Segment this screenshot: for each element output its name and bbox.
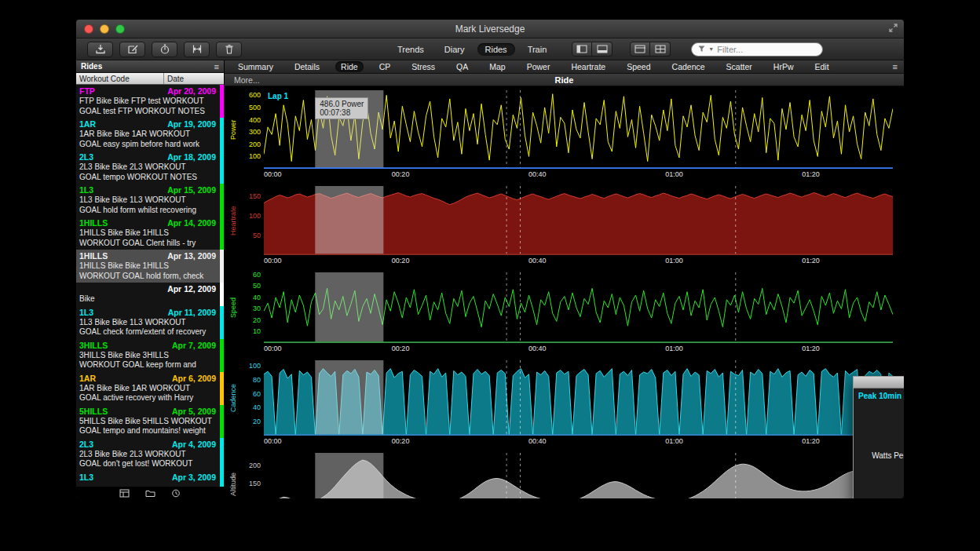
ride-date: Apr 3, 2009	[172, 473, 216, 483]
intervals-popup[interactable]: Intervals Peak 10min (298 watts) Duratio…	[853, 376, 904, 499]
ride-date: Apr 14, 2009	[167, 218, 216, 228]
desktop-background: Mark Liversedge	[0, 0, 980, 551]
ride-date: Apr 20, 2009	[167, 86, 216, 97]
chart-menu-icon[interactable]: ≡	[893, 62, 898, 71]
ride-desc-line2: GOAL hold form whilst recovering	[79, 206, 216, 216]
ride-list-item[interactable]: Apr 12, 2009 Bike	[76, 283, 224, 306]
heartrate-plot[interactable]	[264, 186, 893, 255]
ride-color-stripe	[220, 250, 224, 283]
view-tab[interactable]: Speed	[621, 61, 656, 72]
ride-list-item[interactable]: 3HILLS Apr 7, 2009 3HILLS Bike Bike 3HIL…	[76, 339, 224, 372]
cadence-plot[interactable]	[264, 360, 893, 436]
intervals-tool-button[interactable]	[184, 42, 210, 57]
ride-desc-line2: GOAL test FTP WORKOUT NOTES	[79, 107, 216, 117]
ride-list-item[interactable]: 1HILLS Apr 13, 2009 1HILLS Bike Bike 1HI…	[76, 250, 224, 283]
toggle-sidebar-button[interactable]	[572, 42, 592, 57]
view-tab[interactable]: Cadence	[667, 61, 711, 72]
ride-list-item[interactable]: 1AR Apr 6, 2009 1AR Bike Bike 1AR WORKOU…	[76, 372, 224, 405]
view-tab[interactable]: Heartrate	[565, 61, 611, 72]
download-ride-button[interactable]	[87, 42, 113, 57]
view-tab[interactable]: Summary	[232, 61, 279, 72]
manual-entry-button[interactable]	[119, 42, 145, 57]
filter-input[interactable]: ▼ Filter...	[691, 42, 823, 57]
view-tab[interactable]: Scatter	[721, 61, 758, 72]
ride-titlebar: More... Ride	[225, 74, 904, 86]
tabbed-view-button[interactable]	[630, 42, 650, 57]
filter-dropdown-arrow-icon[interactable]: ▼	[708, 46, 714, 52]
toggle-bottombar-button[interactable]	[592, 42, 612, 57]
history-clock-icon[interactable]	[171, 489, 181, 498]
ride-code: 1L3	[79, 308, 93, 318]
metric-label: Duration	[858, 403, 904, 414]
heartrate-xticks: 00:0000:2000:4001:0001:20	[264, 255, 893, 266]
view-tab[interactable]: QA	[451, 61, 474, 72]
ride-color-stripe	[220, 85, 224, 118]
speed-plot[interactable]	[264, 272, 893, 343]
altitude-plot[interactable]	[264, 453, 893, 499]
power-xticks: 00:0000:2000:4001:0001:20	[264, 169, 893, 180]
scope-tab[interactable]: Diary	[437, 43, 473, 56]
view-tab[interactable]: Edit	[810, 61, 835, 72]
scope-tab[interactable]: Train	[520, 43, 555, 56]
ride-date: Apr 18, 2009	[167, 152, 216, 162]
ride-list-column-header: Workout Code Date	[76, 73, 224, 85]
ride-desc-line1: 1AR Bike Bike 1AR WORKOUT	[79, 130, 216, 140]
ride-list-item[interactable]: 1L3 Apr 15, 2009 1L3 Bike Bike 1L3 WORKO…	[76, 184, 224, 217]
view-tab[interactable]: CP	[374, 61, 397, 72]
power-plot[interactable]: Lap 1 486.0 Power 00:07:38	[264, 90, 893, 169]
ride-desc-line1: 2L3 Bike Bike 2L3 WORKOUT	[79, 450, 216, 460]
ride-desc-line2: WORKOUT GOAL Clent hills - try	[79, 239, 216, 249]
scope-tab[interactable]: Trends	[389, 43, 432, 56]
ride-list-item[interactable]: 1L3 Apr 3, 2009	[76, 471, 224, 487]
stopwatch-button[interactable]	[152, 42, 177, 57]
ride-list-item[interactable]: 2L3 Apr 4, 2009 2L3 Bike Bike 2L3 WORKOU…	[76, 438, 224, 471]
cadence-yticks: 20406080100	[239, 360, 264, 436]
view-tab[interactable]: Details	[289, 61, 325, 72]
ride-color-stripe	[220, 372, 224, 405]
interval-metrics: Duration 10:01 Distance 3.56 km	[858, 403, 904, 473]
ride-list-item[interactable]: 1HILLS Apr 14, 2009 1HILLS Bike Bike 1HI…	[76, 217, 224, 250]
app-window: Mark Liversedge	[75, 19, 905, 499]
view-tab[interactable]: HrPw	[768, 61, 799, 72]
metric-label: W' Work	[858, 438, 904, 450]
ride-code: 1AR	[79, 119, 96, 130]
ride-desc-line1: 3HILLS Bike Bike 3HILLS	[79, 351, 216, 361]
folder-icon[interactable]	[145, 489, 155, 498]
charts-stack: Power 100200300400500600 Lap 1 486.0 Pow…	[225, 86, 904, 499]
speed-xticks: 00:0000:2000:4001:0001:20	[264, 343, 893, 354]
main-content: Rides ≡ Workout Code Date FTP Apr 20, 2	[76, 60, 904, 499]
view-tab[interactable]: Map	[484, 61, 510, 72]
ride-navigator-icon[interactable]	[119, 489, 130, 498]
view-tab[interactable]: Stress	[406, 61, 441, 72]
interval-metric-row: Distance 3.56 km	[858, 414, 904, 426]
sidebar-title: Rides	[81, 62, 102, 71]
ride-list: FTP Apr 20, 2009 FTP Bike Bike FTP test …	[76, 85, 224, 487]
window-titlebar: Mark Liversedge	[76, 20, 904, 38]
intervals-popup-title[interactable]: Intervals	[854, 377, 904, 389]
sidebar-header: Rides ≡	[76, 60, 224, 73]
intervals-popup-body: Peak 10min (298 watts) Duration 10:01	[854, 389, 904, 499]
ride-list-item[interactable]: 1L3 Apr 11, 2009 1L3 Bike Bike 1L3 WORKO…	[76, 306, 224, 339]
ride-code: 1HILLS	[79, 251, 108, 261]
tooltip-power-value: 486.0 Power	[320, 100, 364, 108]
scope-tab[interactable]: Rides	[477, 43, 515, 56]
fullscreen-icon[interactable]	[889, 24, 898, 32]
speed-yticks: 102030405060	[239, 272, 264, 343]
tiled-view-button[interactable]	[650, 42, 671, 57]
ride-list-item[interactable]: 5HILLS Apr 5, 2009 5HILLS Bike Bike 5HIL…	[76, 405, 224, 438]
view-tab[interactable]: Power	[521, 61, 556, 72]
view-tab[interactable]: Ride	[335, 61, 364, 72]
altitude-axis-label: Altitude	[229, 453, 239, 499]
ride-code: 1L3	[79, 473, 93, 483]
column-date[interactable]: Date	[164, 75, 224, 83]
delete-ride-button[interactable]	[216, 42, 242, 57]
ride-list-item[interactable]: FTP Apr 20, 2009 FTP Bike Bike FTP test …	[76, 85, 224, 118]
interval-heading[interactable]: Peak 10min (298 watts)	[858, 392, 904, 400]
ride-desc-line1: 5HILLS Bike Bike 5HILLS WORKOUT	[79, 417, 216, 427]
column-workout-code[interactable]: Workout Code	[76, 73, 164, 84]
ride-list-item[interactable]: 2L3 Apr 18, 2009 2L3 Bike Bike 2L3 WORKO…	[76, 151, 224, 184]
ride-list-item[interactable]: 1AR Apr 19, 2009 1AR Bike Bike 1AR WORKO…	[76, 118, 224, 151]
chart-pane: Summary Details Ride CP Stress QA Map P	[225, 60, 904, 499]
sidebar-menu-icon[interactable]: ≡	[214, 62, 219, 71]
ride-desc-line1: 1HILLS Bike Bike 1HILLS	[79, 228, 216, 239]
